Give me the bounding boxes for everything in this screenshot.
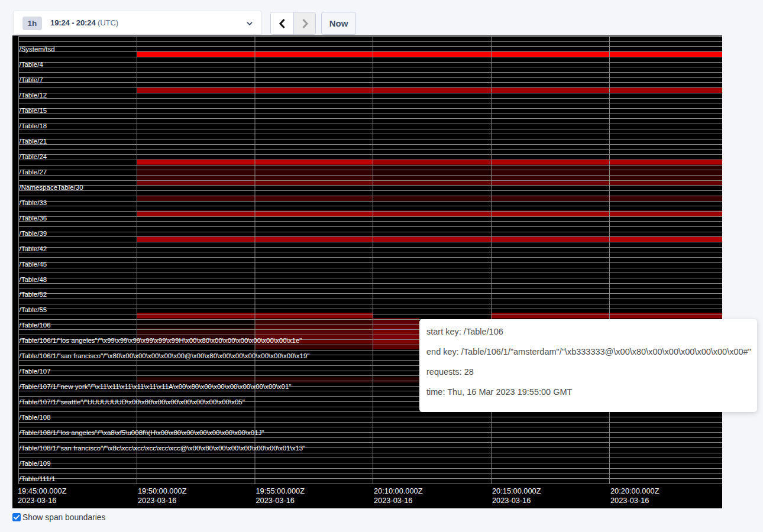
svg-text:2023-03-16: 2023-03-16 [18, 496, 56, 505]
svg-text:19:45:00.000Z: 19:45:00.000Z [18, 486, 67, 495]
svg-text:19:55:00.000Z: 19:55:00.000Z [256, 486, 305, 495]
svg-text:/Table/36: /Table/36 [20, 215, 47, 222]
svg-text:/Table/45: /Table/45 [20, 261, 47, 268]
svg-text:20:10:00.000Z: 20:10:00.000Z [374, 486, 423, 495]
svg-text:/Table/7: /Table/7 [20, 76, 43, 83]
svg-text:/Table/107/1/"seattle"/"UUUUUU: /Table/107/1/"seattle"/"UUUUUUUD\x00\x80… [20, 398, 245, 406]
svg-text:/Table/15: /Table/15 [20, 107, 47, 114]
svg-text:/Table/27: /Table/27 [20, 168, 47, 176]
svg-text:/Table/109: /Table/109 [20, 460, 51, 467]
svg-text:/Table/107: /Table/107 [20, 368, 51, 375]
svg-text:/Table/18: /Table/18 [20, 122, 47, 129]
svg-text:/Table/42: /Table/42 [20, 245, 47, 252]
svg-text:/Table/106/1/"los angeles"/"\x: /Table/106/1/"los angeles"/"\x99\x99\x99… [20, 337, 302, 344]
svg-text:/Table/52: /Table/52 [20, 291, 47, 298]
svg-text:2023-03-16: 2023-03-16 [492, 496, 531, 505]
svg-text:/Table/12: /Table/12 [20, 92, 47, 99]
svg-text:2023-03-16: 2023-03-16 [256, 496, 295, 505]
svg-text:/Table/21: /Table/21 [20, 138, 47, 145]
svg-text:2023-03-16: 2023-03-16 [374, 496, 412, 505]
svg-text:/Table/108: /Table/108 [20, 414, 51, 421]
svg-text:19:50:00.000Z: 19:50:00.000Z [138, 486, 187, 495]
svg-text:/Table/107/1/"new york"/"\x11\: /Table/107/1/"new york"/"\x11\x11\x11\x1… [20, 383, 292, 390]
svg-text:/Table/108/1/"los angeles"/"\x: /Table/108/1/"los angeles"/"\xa8\xf5\u00… [20, 429, 264, 436]
svg-text:2023-03-16: 2023-03-16 [610, 496, 649, 505]
svg-text:/Table/106/1/"san francisco"/": /Table/106/1/"san francisco"/"\x80\x00\x… [20, 352, 310, 359]
svg-text:/Table/108/1/"san francisco"/": /Table/108/1/"san francisco"/"\x8c\xcc\x… [20, 445, 306, 452]
svg-text:/Table/55: /Table/55 [20, 306, 47, 313]
svg-text:/Table/4: /Table/4 [20, 61, 44, 68]
svg-text:20:15:00.000Z: 20:15:00.000Z [492, 486, 541, 495]
svg-text:/System/tsd: /System/tsd [20, 46, 55, 53]
svg-text:2023-03-16: 2023-03-16 [138, 496, 176, 505]
svg-text:/Table/24: /Table/24 [20, 153, 47, 160]
svg-text:/NamespaceTable/30: /NamespaceTable/30 [20, 184, 83, 191]
svg-text:/Table/111/1: /Table/111/1 [20, 475, 56, 482]
svg-text:/Table/48: /Table/48 [20, 276, 47, 283]
svg-text:/Table/106: /Table/106 [20, 322, 51, 329]
svg-text:/Table/33: /Table/33 [20, 199, 47, 206]
svg-text:/Table/39: /Table/39 [20, 230, 47, 237]
svg-text:20:20:00.000Z: 20:20:00.000Z [610, 486, 659, 495]
